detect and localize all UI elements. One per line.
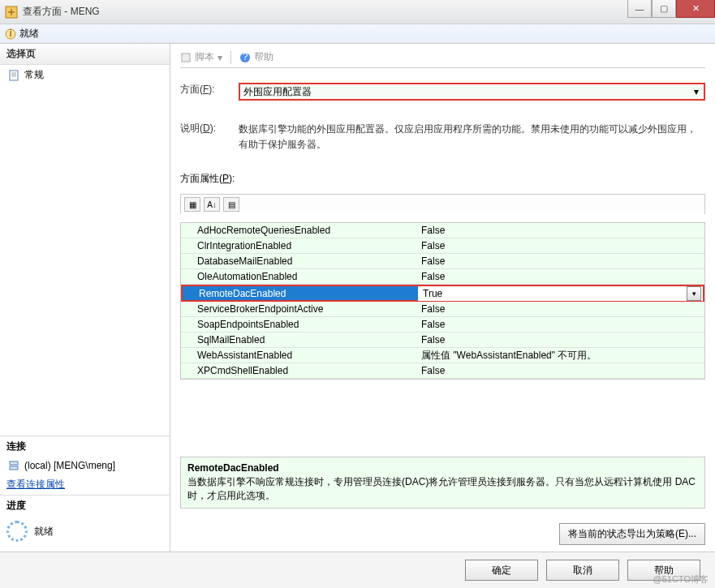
export-policy-button[interactable]: 将当前的状态导出为策略(E)... — [559, 523, 705, 545]
property-name: XPCmdShellEnabled — [181, 365, 416, 376]
view-connection-properties-link[interactable]: 查看连接属性 — [0, 474, 170, 495]
property-value: False — [416, 319, 704, 330]
script-button[interactable]: 脚本 ▾ — [180, 50, 222, 64]
ok-button[interactable]: 确定 — [465, 560, 538, 581]
property-value: False — [416, 271, 704, 282]
window-titlebar: 查看方面 - MENG — ▢ ✕ — [0, 0, 715, 24]
watermark: @51CTO博客 — [653, 573, 709, 586]
property-row[interactable]: SoapEndpointsEnabledFalse — [181, 317, 704, 333]
property-value: False — [416, 225, 704, 236]
sidebar-item-label: 常规 — [24, 68, 44, 82]
property-row[interactable]: XPCmdShellEnabledFalse — [181, 363, 704, 379]
progress-text: 就绪 — [34, 525, 54, 539]
connection-header: 连接 — [0, 436, 170, 457]
cancel-button[interactable]: 取消 — [546, 560, 619, 581]
svg-rect-5 — [10, 466, 18, 470]
property-row[interactable]: WebAssistantEnabled属性值 "WebAssistantEnab… — [181, 348, 704, 363]
description-label: 说明(D): — [180, 122, 229, 135]
property-name: SoapEndpointsEnabled — [181, 319, 416, 330]
window-title: 查看方面 - MENG — [23, 5, 100, 19]
categorized-button[interactable]: ▦ — [184, 197, 200, 212]
properties-toolbar: ▦ A↓ ▤ — [180, 194, 705, 214]
help-property-name: RemoteDacEnabled — [187, 462, 698, 474]
property-value: 属性值 "WebAssistantEnabled" 不可用。 — [416, 349, 704, 363]
property-row[interactable]: RemoteDacEnabledTrue▾ — [181, 285, 704, 302]
property-row[interactable]: SqlMailEnabledFalse — [181, 333, 704, 348]
window-controls: — ▢ ✕ — [627, 0, 715, 18]
property-value: False — [416, 303, 704, 315]
connection-value: (local) [MENG\meng] — [24, 460, 115, 471]
facet-select-value: 外围应用配置器 — [243, 85, 312, 99]
property-row[interactable]: DatabaseMailEnabledFalse — [181, 254, 704, 269]
property-row[interactable]: ServiceBrokerEndpointActiveFalse — [181, 302, 704, 317]
property-value: False — [416, 255, 704, 267]
property-name: OleAutomationEnabled — [181, 271, 416, 282]
description-row: 说明(D): 数据库引擎功能的外围应用配置器。仅应启用应用程序所需的功能。禁用未… — [180, 122, 705, 152]
right-panel: 脚本 ▾ ? 帮助 方面(F): 外围应用配置器 ▾ 说明(D): 数据库引擎功… — [170, 44, 715, 552]
property-help-panel: RemoteDacEnabled 当数据库引擎不响应常规连接时，专用管理员连接(… — [180, 457, 705, 509]
property-name: DatabaseMailEnabled — [181, 255, 416, 267]
minimize-button[interactable]: — — [627, 0, 652, 18]
property-row[interactable]: OleAutomationEnabledFalse — [181, 269, 704, 285]
select-page-header: 选择页 — [0, 44, 170, 65]
alphabetical-button[interactable]: A↓ — [204, 197, 220, 212]
content-toolbar: 脚本 ▾ ? 帮助 — [180, 50, 705, 68]
property-value: False — [416, 334, 704, 346]
property-pages-button[interactable]: ▤ — [223, 197, 239, 212]
maximize-button[interactable]: ▢ — [652, 0, 676, 18]
script-icon — [180, 52, 192, 63]
facet-select[interactable]: 外围应用配置器 ▾ — [239, 83, 705, 101]
statusbar-text: 就绪 — [19, 27, 39, 41]
property-value[interactable]: True▾ — [418, 286, 703, 301]
properties-grid[interactable]: AdHocRemoteQueriesEnabledFalseClrIntegra… — [180, 222, 705, 380]
close-button[interactable]: ✕ — [676, 0, 715, 18]
property-row[interactable]: ClrIntegrationEnabledFalse — [181, 238, 704, 254]
property-name: ClrIntegrationEnabled — [181, 240, 416, 251]
main-area: 选择页 常规 连接 (local) [MENG\meng] 查看连接属性 进度 … — [0, 44, 715, 552]
svg-rect-3 — [10, 71, 18, 80]
properties-label: 方面属性(P): — [180, 172, 705, 186]
svg-rect-4 — [10, 461, 18, 465]
svg-text:i: i — [10, 28, 12, 39]
property-name: SqlMailEnabled — [181, 334, 416, 346]
toolbar-divider — [230, 51, 231, 64]
property-value: False — [416, 365, 704, 376]
progress-header: 进度 — [0, 495, 170, 516]
property-row[interactable]: AdHocRemoteQueriesEnabledFalse — [181, 223, 704, 238]
statusbar: i 就绪 — [0, 24, 715, 44]
left-panel: 选择页 常规 连接 (local) [MENG\meng] 查看连接属性 进度 … — [0, 44, 170, 552]
info-icon: i — [5, 28, 16, 40]
sidebar-item-general[interactable]: 常规 — [0, 65, 170, 85]
dialog-buttons: 确定 取消 帮助 — [0, 552, 715, 588]
property-name: ServiceBrokerEndpointActive — [181, 303, 416, 315]
facet-label: 方面(F): — [180, 83, 229, 97]
chevron-down-icon: ▾ — [689, 86, 704, 97]
property-name: AdHocRemoteQueriesEnabled — [181, 225, 416, 236]
app-icon — [5, 6, 18, 19]
export-row: 将当前的状态导出为策略(E)... — [180, 523, 705, 545]
server-icon — [8, 460, 19, 471]
chevron-down-icon[interactable]: ▾ — [687, 286, 701, 301]
connection-info: (local) [MENG\meng] — [0, 457, 170, 474]
svg-rect-6 — [182, 54, 190, 62]
property-name: WebAssistantEnabled — [181, 350, 416, 361]
progress-spinner-icon — [6, 521, 28, 542]
help-toolbar-button[interactable]: ? 帮助 — [239, 50, 274, 64]
progress-status: 就绪 — [0, 516, 170, 552]
help-property-description: 当数据库引擎不响应常规连接时，专用管理员连接(DAC)将允许管理员连接到服务器。… — [187, 475, 698, 503]
facet-row: 方面(F): 外围应用配置器 ▾ — [180, 83, 705, 101]
svg-text:?: ? — [243, 52, 248, 62]
page-icon — [8, 70, 19, 81]
property-name: RemoteDacEnabled — [183, 288, 418, 299]
property-value: False — [416, 240, 704, 251]
help-icon: ? — [239, 52, 251, 63]
description-text: 数据库引擎功能的外围应用配置器。仅应启用应用程序所需的功能。禁用未使用的功能可以… — [239, 122, 705, 152]
